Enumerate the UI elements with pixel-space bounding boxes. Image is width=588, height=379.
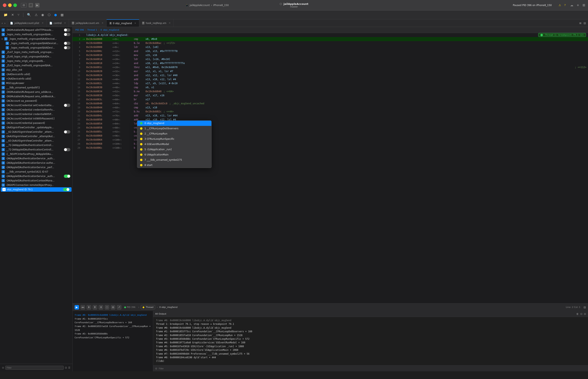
list-item[interactable]: i -[ACAccountCredential credentialItemFo… [0, 108, 72, 112]
tab-back-button[interactable]: ‹ [2, 22, 3, 25]
tab-control[interactable]: 📄 control ✕ [47, 19, 69, 27]
objc-tab-close[interactable]: ✕ [134, 22, 136, 25]
list-item[interactable]: i -[ACAccountCredential setCredentialIte… [0, 103, 72, 108]
list-item[interactable]: i _logos_method$_ungrouped$AADeviceI... [0, 41, 72, 46]
hook-tab-close[interactable]: ✕ [169, 22, 171, 24]
list-item[interactable]: i ___lldb_unnamed_symbol972 [0, 85, 72, 90]
tab-xm1[interactable]: M jailAppleAccount.xm ✕ [69, 19, 106, 27]
list-item[interactable]: i -[NSMutableURLRequest allHTTPHeade... [0, 28, 72, 32]
memory-button[interactable]: ⊞ [111, 305, 115, 310]
bp-toggle[interactable] [64, 28, 70, 32]
list-item[interactable]: i _logos_method$_ungrouped$AADevi... [0, 46, 72, 50]
breadcrumb-thread[interactable]: Thread 1 [87, 29, 97, 31]
thread-popup-item-5[interactable]: 5 -[UIApplication _run] [137, 147, 211, 152]
share-button[interactable]: ↗ [117, 305, 121, 310]
list-item[interactable]: i -[NSMutableURLRequest ams_addBasicA... [0, 94, 72, 99]
list-item[interactable]: i -[NSMutableURLRequest ams_addAcce... [0, 90, 72, 94]
sidebar-toggle-button[interactable]: ⊟ [21, 3, 27, 7]
control-tab-close[interactable]: ✕ [64, 22, 66, 24]
sidebar-list-toggle[interactable]: ☰ [68, 366, 70, 369]
list-item[interactable]: i _ZL42_logos_method$_ungrouped$AA... [0, 63, 72, 68]
xm1-tab-close[interactable]: ✕ [101, 22, 103, 24]
breakpoint-icon[interactable]: ◉ [40, 12, 45, 17]
list-item[interactable]: ▾ i _logos_method$_ungrouped$AADeviceI..… [0, 37, 72, 41]
thread-popup-item-1[interactable]: 1 __CFRunLoopDoObservers [137, 126, 211, 131]
list-item[interactable]: i _ZL40_logos_orig$_ungrouped$AADe... [0, 54, 72, 59]
list-item[interactable]: i -[NSXPCConnection remoteObjectProxy... [0, 183, 72, 187]
list-item[interactable]: i _ZL47_logos_meta_method$_ungroupe... [0, 50, 72, 54]
split-button[interactable]: ⊟ [584, 22, 586, 25]
breadcrumb-frame[interactable]: 0 [100, 29, 102, 31]
sidebar-filter-input[interactable] [5, 366, 64, 370]
warning-toolbar-icon[interactable]: ⚠ [34, 12, 38, 17]
tab-objc-msgsend[interactable]: 0 0 objc_msgSend ✕ [107, 19, 139, 27]
breakpoint-skip-button[interactable]: ⬡ [105, 305, 109, 310]
bp-toggle[interactable] [64, 42, 70, 45]
code-view-icon[interactable]: ⊟ [584, 306, 586, 309]
bp-toggle[interactable] [64, 104, 70, 107]
minimize-button[interactable] [8, 3, 12, 7]
list-item[interactable]: i _logos_meta_orig$_ungrouped$... [0, 59, 72, 63]
list-item[interactable]: i -[ACAccountCredential credentialWithP.… [0, 112, 72, 116]
list-item-selected[interactable]: i objc_msgSend ID 79.1 [1, 187, 72, 192]
list-item[interactable]: i -[AKAppleIDAuthenticationService authe… [0, 161, 72, 165]
list-item[interactable]: i -[ACAccountCredential initWithPassword… [0, 116, 72, 121]
bp-toggle-selected[interactable] [63, 188, 69, 191]
pause-button[interactable]: ⏸ [99, 305, 103, 310]
tab-forward-button[interactable]: › [4, 22, 6, 25]
list-item[interactable]: i -[AAUISignInViewController _attemptAut… [0, 134, 72, 139]
list-item[interactable]: i __72-[AKAppleIDAuthenticationControll.… [0, 147, 72, 152]
tab-plist[interactable]: 📄 jailAppleAccount.plist ✕ [7, 19, 47, 27]
list-item[interactable]: i -[AKAppleIDAuthenticationService _auth… [0, 174, 72, 178]
bp-toggle[interactable] [64, 46, 70, 49]
list-item[interactable]: i -[AASignInFlowController _updateApple.… [0, 125, 72, 130]
list-item[interactable]: i objc_alloc_init [0, 68, 72, 72]
add-tab-button[interactable]: + [576, 3, 579, 7]
continue-button[interactable]: ▶ [75, 305, 79, 310]
list-item[interactable]: i __72-[AKAppleIDAuthenticationControll.… [0, 143, 72, 147]
bp-toggle[interactable] [64, 33, 70, 36]
trash-icon[interactable]: 🗑 [576, 313, 579, 315]
bp-toggle[interactable] [64, 174, 70, 178]
thread-popup-item-3[interactable]: 3 CFRunLoopRunSpecific [137, 136, 211, 142]
list-item[interactable]: i -[AKAppleIDAuthenticationContextMana..… [0, 178, 72, 183]
bp-toggle[interactable] [64, 130, 70, 134]
maximize-button[interactable] [13, 3, 17, 7]
thread-popup-item-7[interactable]: 7 ___lldb_unnamed_symbol275 [137, 157, 211, 162]
list-item[interactable]: i -[ACAccountCredential password] [0, 121, 72, 125]
tab-hook-reqresp[interactable]: M hook_reqResp.xm ✕ [139, 19, 174, 27]
list-item[interactable]: i -[AKAppleIDAuthenticationService _auth… [0, 156, 72, 161]
close-button[interactable] [3, 3, 6, 7]
list-item[interactable]: i _logos_meta_method$_ungrouped$AA... [0, 32, 72, 37]
console-content[interactable]: frame #0: 0x000019c6dd000 libobjc.A.dyli… [153, 317, 588, 365]
thread-popup-item-8[interactable]: 8 start [137, 162, 211, 168]
blue-dot-icon[interactable]: ● [53, 12, 58, 17]
list-item[interactable]: i -[AKAppleIDAuthenticationService _perf… [0, 165, 72, 170]
step-in-button[interactable]: ⬇ [87, 305, 91, 310]
step-over-button[interactable]: ⏭ [81, 305, 85, 310]
step-out-button[interactable]: ⬆ [93, 305, 97, 310]
list-item[interactable]: i __63-[AAUISignInViewController _attem.… [0, 139, 72, 143]
tab-list-button[interactable]: ≡ [579, 21, 582, 25]
hexagon-icon[interactable]: ⬡ [47, 12, 51, 17]
bp-toggle[interactable] [64, 148, 70, 151]
list-item[interactable]: i __62-[AAUISignInViewController _attem.… [0, 130, 72, 134]
console-split[interactable]: ⊟ [584, 313, 586, 315]
search-toolbar-icon[interactable]: 🔍 [26, 12, 32, 17]
thread-popup-item-4[interactable]: 4 GSEventRunModal [137, 142, 211, 147]
console-filter-input[interactable] [159, 367, 586, 370]
plist-tab-close[interactable]: ✕ [42, 22, 44, 24]
branch-icon[interactable]: ⑂ [17, 12, 20, 17]
list-item[interactable]: i ___lldb_unnamed_symbol1621 ID 67 [0, 170, 72, 174]
sidebar-view-toggle[interactable]: ⊡ [65, 366, 67, 369]
grid-toolbar-icon[interactable]: ▦ [60, 12, 65, 17]
console-view-toggle[interactable]: ⊡ [580, 313, 582, 315]
list-item[interactable]: i -[__NSXPCInterfaceProxy_AKAppleIDAu... [0, 152, 72, 156]
breadcrumb-pid[interactable]: PID 396 [75, 29, 84, 31]
folder-icon[interactable]: 📁 [3, 12, 8, 17]
thread-popup-item-0[interactable]: 0 objc_msgSend [137, 121, 211, 126]
thread-popup-item-2[interactable]: 2 __CFRunLoopRun [137, 131, 211, 136]
list-item[interactable]: i -[AADeviceInfo udid] [0, 72, 72, 77]
run-button[interactable]: ▶ [35, 3, 39, 7]
stop-button[interactable]: ⬛ [29, 3, 33, 7]
